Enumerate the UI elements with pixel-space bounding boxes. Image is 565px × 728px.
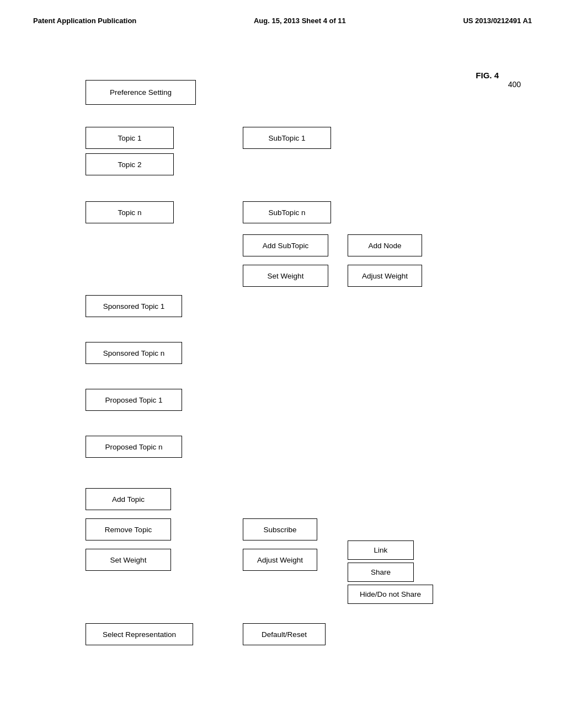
diagram-number: 400 <box>508 80 521 89</box>
set-weight-box[interactable]: Set Weight <box>86 549 171 571</box>
proposedn-box[interactable]: Proposed Topic n <box>86 436 182 458</box>
preference-setting-box: Preference Setting <box>86 80 196 105</box>
link-box[interactable]: Link <box>348 540 414 560</box>
topicn-box[interactable]: Topic n <box>86 201 174 223</box>
subscribe-box[interactable]: Subscribe <box>243 518 317 540</box>
topic2-box[interactable]: Topic 2 <box>86 153 174 175</box>
adjust-weight-top-box[interactable]: Adjust Weight <box>348 265 422 287</box>
sponsored1-box[interactable]: Sponsored Topic 1 <box>86 295 182 317</box>
topic1-box[interactable]: Topic 1 <box>86 127 174 149</box>
fig-label: FIG. 4 <box>476 71 499 80</box>
set-weight-top-box[interactable]: Set Weight <box>243 265 328 287</box>
add-topic-box[interactable]: Add Topic <box>86 488 171 510</box>
page-header: Patent Application Publication Aug. 15, … <box>0 0 565 30</box>
remove-topic-box[interactable]: Remove Topic <box>86 518 171 540</box>
hide-share-box[interactable]: Hide/Do not Share <box>348 585 433 604</box>
header-right: US 2013/0212491 A1 <box>463 17 532 25</box>
proposed1-box[interactable]: Proposed Topic 1 <box>86 389 182 411</box>
add-node-box[interactable]: Add Node <box>348 234 422 256</box>
header-left: Patent Application Publication <box>33 17 136 25</box>
default-reset-box[interactable]: Default/Reset <box>243 623 326 645</box>
share-box[interactable]: Share <box>348 563 414 582</box>
select-rep-box[interactable]: Select Representation <box>86 623 193 645</box>
adjust-weight-box[interactable]: Adjust Weight <box>243 549 317 571</box>
header-middle: Aug. 15, 2013 Sheet 4 of 11 <box>254 17 346 25</box>
subtopicn-box[interactable]: SubTopic n <box>243 201 331 223</box>
subtopic1-box[interactable]: SubTopic 1 <box>243 127 331 149</box>
add-subtopic-box[interactable]: Add SubTopic <box>243 234 328 256</box>
sponsoredn-box[interactable]: Sponsored Topic n <box>86 342 182 364</box>
